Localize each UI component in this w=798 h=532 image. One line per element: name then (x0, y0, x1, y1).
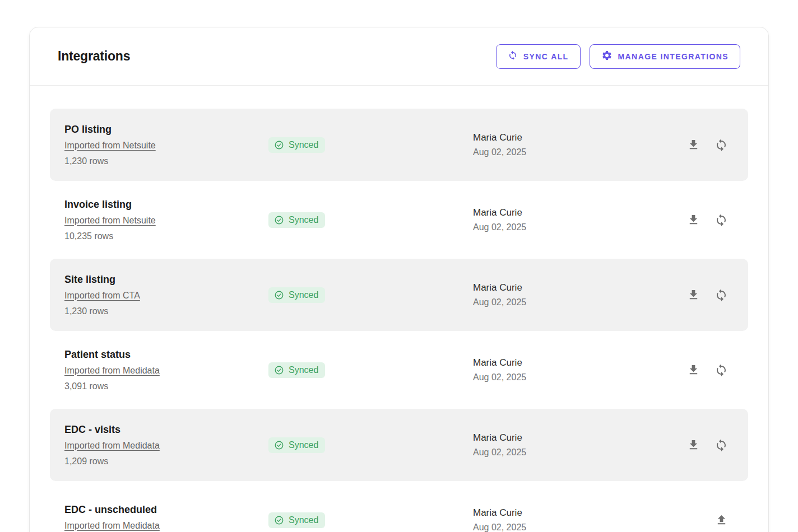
source-link[interactable]: Imported from Netsuite (64, 141, 156, 151)
integration-title: EDC - visits (64, 424, 268, 436)
check-circle-icon (274, 140, 284, 150)
gear-icon (601, 50, 613, 63)
sync-date: Aug 02, 2025 (473, 372, 687, 382)
download-button[interactable] (687, 213, 700, 226)
sync-button[interactable] (715, 138, 728, 152)
sync-icon (715, 288, 728, 302)
integration-row-invoice-listing: Invoice listing Imported from Netsuite 1… (50, 184, 748, 256)
sync-icon (715, 213, 728, 227)
status-badge: Synced (268, 512, 325, 528)
status-label: Synced (289, 515, 318, 525)
download-icon (687, 288, 700, 301)
download-icon (687, 213, 700, 226)
integration-title: PO listing (64, 124, 268, 136)
page-title: Integrations (58, 49, 130, 64)
status-badge: Synced (268, 437, 325, 453)
integration-title: Patient status (64, 349, 268, 361)
row-count: 1,230 rows (64, 306, 268, 316)
upload-icon (715, 514, 728, 526)
user-name: Maria Curie (473, 207, 687, 218)
check-circle-icon (274, 290, 284, 300)
manage-integrations-label: MANAGE INTEGRATIONS (618, 52, 729, 61)
source-link[interactable]: Imported from Netsuite (64, 216, 156, 226)
source-link[interactable]: Imported from Medidata (64, 366, 160, 376)
source-link[interactable]: Imported from Medidata (64, 441, 160, 451)
download-icon (687, 438, 700, 451)
integration-title: Invoice listing (64, 199, 268, 211)
sync-date: Aug 02, 2025 (473, 222, 687, 232)
user-name: Maria Curie (473, 357, 687, 368)
sync-date: Aug 02, 2025 (473, 297, 687, 307)
user-name: Maria Curie (473, 282, 687, 293)
manage-integrations-button[interactable]: MANAGE INTEGRATIONS (590, 44, 740, 69)
sync-button[interactable] (715, 363, 728, 377)
sync-date: Aug 02, 2025 (473, 447, 687, 458)
sync-icon (715, 363, 728, 377)
integration-title: EDC - unscheduled (64, 504, 268, 516)
status-badge: Synced (268, 137, 325, 153)
status-label: Synced (289, 215, 318, 225)
integration-row-po-listing: PO listing Imported from Netsuite 1,230 … (50, 109, 748, 181)
user-name: Maria Curie (473, 432, 687, 444)
integrations-card: Integrations SYNC ALL MANAGE INTEGRATION… (29, 27, 769, 532)
header-buttons: SYNC ALL MANAGE INTEGRATIONS (496, 44, 740, 69)
sync-date: Aug 02, 2025 (473, 147, 687, 157)
source-link[interactable]: Imported from CTA (64, 291, 140, 301)
sync-icon (715, 138, 728, 152)
row-count: 1,230 rows (64, 156, 268, 166)
download-icon (687, 138, 700, 151)
row-count: 1,209 rows (64, 456, 268, 466)
status-label: Synced (289, 140, 318, 150)
integration-row-site-listing: Site listing Imported from CTA 1,230 row… (50, 259, 748, 331)
sync-button[interactable] (715, 288, 728, 302)
sync-all-button[interactable]: SYNC ALL (496, 44, 581, 69)
source-link[interactable]: Imported from Medidata (64, 521, 160, 531)
row-count: 10,235 rows (64, 231, 268, 241)
status-label: Synced (289, 440, 318, 450)
check-circle-icon (274, 440, 284, 450)
download-button[interactable] (687, 363, 700, 376)
status-badge: Synced (268, 212, 325, 228)
check-circle-icon (274, 215, 284, 225)
download-icon (687, 363, 700, 376)
user-name: Maria Curie (473, 507, 715, 519)
sync-date: Aug 02, 2025 (473, 522, 715, 532)
row-count: 3,091 rows (64, 381, 268, 391)
status-label: Synced (289, 365, 318, 375)
integration-row-patient-status: Patient status Imported from Medidata 3,… (50, 334, 748, 406)
sync-all-label: SYNC ALL (523, 52, 569, 61)
integration-row-edc-unscheduled: EDC - unscheduled Imported from Medidata… (50, 484, 748, 532)
status-badge: Synced (268, 362, 325, 378)
status-badge: Synced (268, 287, 325, 303)
user-name: Maria Curie (473, 132, 687, 143)
download-button[interactable] (687, 288, 700, 301)
download-button[interactable] (687, 438, 700, 451)
download-button[interactable] (687, 138, 700, 151)
sync-icon (715, 438, 728, 452)
status-label: Synced (289, 290, 318, 300)
card-header: Integrations SYNC ALL MANAGE INTEGRATION… (30, 27, 768, 86)
check-circle-icon (274, 365, 284, 375)
check-circle-icon (274, 515, 284, 525)
sync-button[interactable] (715, 213, 728, 227)
integration-title: Site listing (64, 274, 268, 286)
integration-row-edc-visits: EDC - visits Imported from Medidata 1,20… (50, 409, 748, 481)
sync-button[interactable] (715, 438, 728, 452)
upload-button[interactable] (715, 514, 728, 526)
sync-icon (508, 50, 518, 62)
integration-list: PO listing Imported from Netsuite 1,230 … (30, 86, 768, 532)
